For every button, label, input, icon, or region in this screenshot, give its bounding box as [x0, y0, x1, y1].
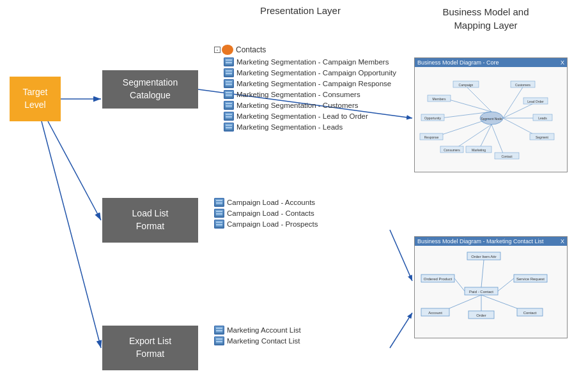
contacts-item-label: Marketing Segmentation - Consumers	[236, 91, 360, 98]
page-container: Presentation Layer Business Model andMap…	[0, 0, 588, 392]
contacts-tree-item: Marketing Segmentation - Campaign Member…	[214, 57, 396, 66]
segmentation-icon	[224, 90, 234, 99]
contacts-item-label: Marketing Segmentation - Campaign Respon…	[236, 80, 391, 87]
export-list-item: Marketing Account List	[214, 326, 301, 335]
svg-text:Contact: Contact	[501, 155, 513, 158]
contacts-items: Marketing Segmentation - Campaign Member…	[214, 57, 396, 132]
svg-line-4	[42, 121, 101, 348]
export-item-label: Marketing Account List	[227, 326, 301, 334]
contacts-tree: - Contacts Marketing Segmentation - Camp…	[214, 45, 396, 133]
business-diagram-2: Business Model Diagram - Marketing Conta…	[414, 236, 568, 338]
svg-text:Campaign: Campaign	[459, 83, 474, 87]
svg-text:Leads: Leads	[538, 116, 547, 120]
business-diagram-1: Business Model Diagram - Core X Segment …	[414, 57, 568, 172]
svg-text:Customers: Customers	[515, 83, 531, 87]
biz-diagram-1-title: Business Model Diagram - Core X	[415, 58, 567, 67]
svg-line-62	[481, 295, 517, 308]
biz-diagram-2-content: Order Item Attr Ordered Product Service …	[415, 246, 567, 336]
load-list-item: Campaign Load - Prospects	[214, 220, 318, 229]
svg-text:Service Request: Service Request	[516, 277, 545, 281]
svg-line-6	[390, 230, 412, 281]
minus-icon: -	[214, 47, 220, 53]
contacts-root-item: - Contacts	[214, 45, 396, 55]
svg-text:Opportunity: Opportunity	[424, 116, 441, 120]
svg-line-3	[48, 121, 101, 220]
contacts-tree-item: Marketing Segmentation - Lead to Order	[214, 112, 396, 121]
biz-diagram-2-title: Business Model Diagram - Marketing Conta…	[415, 237, 567, 246]
load-list-icon	[214, 198, 224, 207]
contacts-item-label: Marketing Segmentation - Campaign Member…	[236, 58, 389, 66]
target-level-box: Target Level	[10, 77, 61, 121]
load-list-items: Campaign Load - Accounts Campaign Load -…	[214, 198, 318, 230]
export-items-container: Marketing Account List Marketing Contact…	[214, 326, 301, 345]
svg-text:Order: Order	[476, 313, 486, 317]
load-item-label: Campaign Load - Prospects	[227, 220, 318, 228]
svg-line-60	[449, 295, 481, 308]
contacts-item-label: Marketing Segmentation - Leads	[236, 123, 343, 131]
svg-line-58	[454, 278, 465, 291]
contacts-tree-item: Marketing Segmentation - Campaign Opport…	[214, 68, 396, 77]
svg-text:Response: Response	[424, 135, 439, 139]
segmentation-icon	[224, 57, 234, 66]
svg-text:Account: Account	[428, 311, 442, 315]
export-list-item: Marketing Contact List	[214, 336, 301, 345]
presentation-layer-header: Presentation Layer	[236, 5, 364, 16]
load-list-item: Campaign Load - Accounts	[214, 198, 318, 207]
svg-line-20	[491, 124, 504, 156]
load-list-format-box: Load List Format	[102, 198, 198, 243]
svg-text:Contact: Contact	[523, 311, 537, 315]
segmentation-icon	[224, 79, 234, 88]
svg-text:Members: Members	[433, 97, 446, 101]
svg-text:Segment: Segment	[536, 135, 549, 139]
svg-line-11	[447, 99, 491, 112]
svg-text:Paid - Contact: Paid - Contact	[469, 290, 493, 294]
segmentation-icon	[224, 112, 234, 121]
svg-line-59	[498, 278, 514, 291]
contacts-root-label: Contacts	[236, 45, 266, 54]
contacts-item-label: Marketing Segmentation - Campaign Opport…	[236, 69, 396, 77]
svg-text:Marketing: Marketing	[472, 148, 486, 152]
contacts-tree-item: Marketing Segmentation - Leads	[214, 123, 396, 132]
svg-text:Consumers: Consumers	[444, 148, 460, 152]
load-item-label: Campaign Load - Contacts	[227, 209, 314, 217]
load-list-icon	[214, 220, 224, 229]
svg-line-7	[390, 313, 412, 348]
export-list-items: Marketing Account List Marketing Contact…	[214, 326, 301, 347]
segmentation-icon	[224, 123, 234, 132]
export-item-label: Marketing Contact List	[227, 337, 300, 345]
contacts-item-label: Marketing Segmentation - Customers	[236, 102, 358, 109]
svg-text:Order Item Attr: Order Item Attr	[471, 255, 496, 259]
export-list-icon	[214, 326, 224, 335]
segmentation-icon	[224, 68, 234, 77]
export-list-icon	[214, 336, 224, 345]
load-list-item: Campaign Load - Contacts	[214, 209, 318, 218]
export-list-format-box: Export List Format	[102, 326, 198, 370]
segmentation-catalogue-box: Segmentation Catalogue	[102, 70, 198, 109]
svg-text:Ordered Product: Ordered Product	[424, 277, 453, 281]
svg-text:Lead Order: Lead Order	[527, 100, 544, 103]
load-list-icon	[214, 209, 224, 218]
contacts-tree-item: Marketing Segmentation - Consumers	[214, 90, 396, 99]
biz-diagram-1-content: Segment Node Campaign Members Op	[415, 67, 567, 170]
business-layer-header: Business Model andMapping Layer	[415, 5, 556, 32]
load-item-label: Campaign Load - Accounts	[227, 199, 315, 206]
biz-diagram-1-svg: Segment Node Campaign Members Op	[415, 67, 567, 170]
contacts-item-label: Marketing Segmentation - Lead to Order	[236, 112, 368, 120]
contacts-tree-item: Marketing Segmentation - Campaign Respon…	[214, 79, 396, 88]
contacts-folder-icon	[222, 45, 233, 55]
segmentation-icon	[224, 101, 234, 110]
biz-diagram-2-svg: Order Item Attr Ordered Product Service …	[415, 246, 567, 336]
load-items-container: Campaign Load - Accounts Campaign Load -…	[214, 198, 318, 229]
svg-line-57	[481, 260, 484, 287]
contacts-tree-item: Marketing Segmentation - Customers	[214, 101, 396, 110]
svg-text:Segment Node: Segment Node	[481, 117, 502, 121]
